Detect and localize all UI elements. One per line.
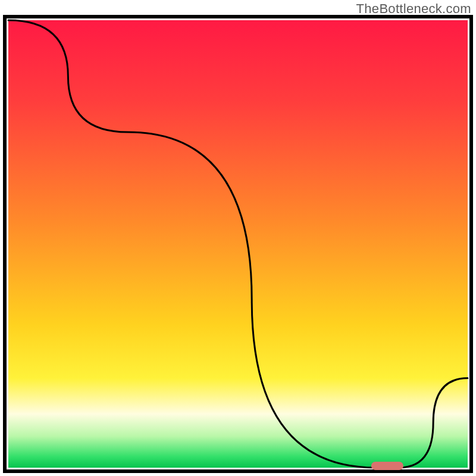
bottleneck-marker	[371, 462, 403, 470]
plot-background-gradient	[8, 20, 468, 468]
chart-svg	[0, 0, 476, 476]
chart-stage: TheBottleneck.com	[0, 0, 476, 476]
